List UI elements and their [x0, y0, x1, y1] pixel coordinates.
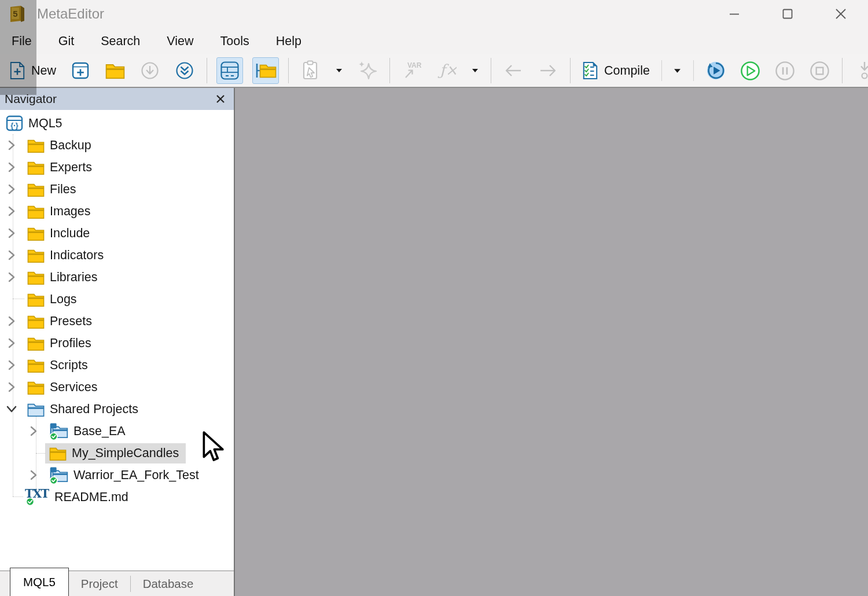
- tree-item-files[interactable]: Files: [0, 178, 234, 200]
- compile-button[interactable]: Compile: [580, 58, 652, 83]
- menu-bar: File Git Search View Tools Help: [0, 28, 868, 54]
- compile-dropdown-button[interactable]: [671, 58, 684, 83]
- svg-text:{ }: { }: [10, 121, 19, 130]
- navigate-back-button: [501, 58, 526, 83]
- svg-text:5: 5: [13, 9, 17, 19]
- toggle-navigator-button[interactable]: [252, 57, 279, 84]
- tree-item-label: README.md: [54, 490, 128, 505]
- selected-item-highlight[interactable]: My_SimpleCandles: [45, 443, 186, 463]
- compile-button-label: Compile: [604, 64, 650, 78]
- chevron-right-icon[interactable]: [6, 205, 20, 218]
- svg-text:VAR: VAR: [407, 61, 422, 69]
- tree-item-my-simplecandles[interactable]: My_SimpleCandles: [0, 442, 234, 464]
- start-button[interactable]: [738, 58, 763, 83]
- tree-item-images[interactable]: Images: [0, 200, 234, 222]
- tree-item-services[interactable]: Services: [0, 376, 234, 398]
- tab-mql5[interactable]: MQL5: [10, 568, 69, 596]
- folder-icon: [27, 204, 45, 219]
- tree-item-profiles[interactable]: Profiles: [0, 332, 234, 354]
- chevron-right-icon[interactable]: [6, 381, 20, 393]
- menu-file[interactable]: File: [12, 34, 32, 49]
- tree-item-label: Shared Projects: [50, 402, 138, 417]
- tree-item-include[interactable]: Include: [0, 222, 234, 244]
- toolbar-separator: [842, 58, 843, 83]
- chevron-right-icon[interactable]: [6, 249, 20, 262]
- tree-item-readme[interactable]: TXT README.md: [0, 486, 234, 508]
- ai-assistant-button: [355, 58, 380, 83]
- paste-dropdown-button[interactable]: [333, 58, 345, 83]
- start-debug-button[interactable]: [703, 58, 729, 83]
- chevron-right-icon[interactable]: [6, 315, 20, 328]
- minimize-button[interactable]: [724, 4, 744, 24]
- new-button[interactable]: New: [7, 58, 58, 83]
- maximize-button[interactable]: [778, 4, 797, 24]
- chevron-right-icon[interactable]: [28, 425, 42, 437]
- menu-tools[interactable]: Tools: [220, 34, 249, 49]
- tree-item-label: My_SimpleCandles: [72, 446, 179, 461]
- chevron-right-icon[interactable]: [28, 469, 42, 481]
- chevron-right-icon[interactable]: [6, 271, 20, 284]
- chevron-right-icon[interactable]: [6, 337, 20, 349]
- tab-label: MQL5: [23, 575, 56, 589]
- tree-item-indicators[interactable]: Indicators: [0, 244, 234, 266]
- navigator-close-button[interactable]: [213, 91, 228, 106]
- tree-item-label: Scripts: [50, 358, 88, 373]
- tab-database[interactable]: Database: [131, 571, 206, 596]
- tree-item-label: MQL5: [28, 116, 62, 131]
- chevron-right-icon[interactable]: [6, 161, 20, 174]
- navigator-tab-bar: MQL5 Project Database: [0, 571, 234, 596]
- tree-item-experts[interactable]: Experts: [0, 156, 234, 178]
- chevron-right-icon[interactable]: [6, 359, 20, 371]
- txt-file-synced-icon: TXT: [25, 488, 49, 506]
- navigate-forward-button: [535, 58, 561, 83]
- tree-item-shared-projects[interactable]: Shared Projects: [0, 398, 234, 420]
- toggle-windows-button[interactable]: [216, 57, 243, 84]
- tree-item-mql5-root[interactable]: { } MQL5: [0, 112, 234, 134]
- compile-icon: [582, 61, 598, 80]
- layout-icon: [220, 61, 240, 80]
- folder-icon: [27, 358, 45, 373]
- chevron-down-icon[interactable]: [6, 403, 20, 415]
- chevron-right-icon[interactable]: [6, 183, 20, 196]
- project-synced-icon: [49, 422, 68, 440]
- chevron-right-icon[interactable]: [6, 139, 20, 152]
- toolbar-separator: [693, 60, 694, 81]
- close-button[interactable]: [831, 4, 851, 24]
- project-synced-icon: [49, 466, 68, 484]
- tree-item-label: Images: [50, 204, 91, 219]
- tab-project[interactable]: Project: [69, 571, 130, 596]
- close-icon: [215, 94, 226, 104]
- open-folder-button[interactable]: [102, 58, 128, 83]
- tree-item-label: Indicators: [50, 248, 104, 263]
- tree-item-logs[interactable]: Logs: [0, 288, 234, 310]
- step-into-icon: [856, 60, 868, 81]
- menu-help[interactable]: Help: [276, 34, 301, 49]
- back-arrow-icon: [503, 61, 524, 80]
- menu-view[interactable]: View: [167, 34, 193, 49]
- function-dropdown-button[interactable]: [469, 58, 481, 83]
- tree-item-label: Include: [50, 226, 90, 241]
- tree-item-warrior-ea-fork-test[interactable]: Warrior_EA_Fork_Test: [0, 464, 234, 486]
- folder-icon: [27, 160, 45, 175]
- maximize-icon: [781, 8, 794, 20]
- tree-item-scripts[interactable]: Scripts: [0, 354, 234, 376]
- tree-item-presets[interactable]: Presets: [0, 310, 234, 332]
- tree-item-label: Profiles: [50, 336, 91, 351]
- new-file-icon: [9, 61, 25, 80]
- navigator-header: Navigator: [0, 88, 234, 110]
- menu-git[interactable]: Git: [58, 34, 74, 49]
- chevron-right-icon[interactable]: [6, 227, 20, 240]
- folder-icon: [27, 138, 45, 153]
- chevron-placeholder: [28, 447, 42, 459]
- folder-icon: [27, 336, 45, 351]
- dropdown-caret-icon: [674, 68, 681, 73]
- toolbar-separator: [207, 58, 207, 83]
- new-window-button[interactable]: [68, 58, 93, 83]
- update-all-button[interactable]: [172, 58, 197, 83]
- tree-item-libraries[interactable]: Libraries: [0, 266, 234, 288]
- menu-search[interactable]: Search: [101, 34, 140, 49]
- tree-item-backup[interactable]: Backup: [0, 134, 234, 156]
- folder-icon: [27, 314, 45, 329]
- tree-item-base-ea[interactable]: Base_EA: [0, 420, 234, 442]
- tree-item-label: Warrior_EA_Fork_Test: [73, 468, 199, 483]
